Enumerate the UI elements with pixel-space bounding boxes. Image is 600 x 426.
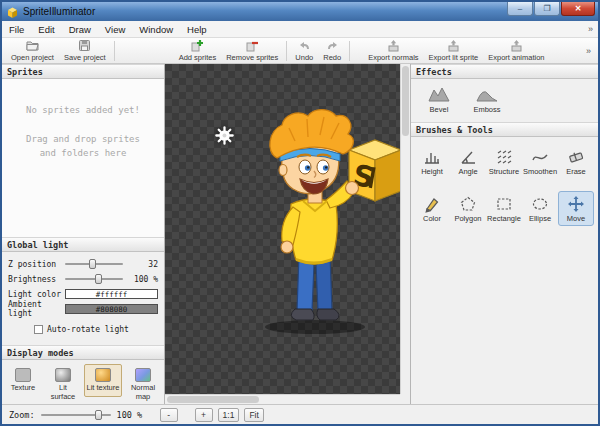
ambient-light-swatch[interactable]: #808080 — [65, 304, 158, 314]
rectangle-icon — [495, 195, 513, 213]
display-mode-lit-surface[interactable]: Lit surface — [44, 364, 82, 405]
sprites-section-header: Sprites — [2, 64, 164, 79]
redo-button[interactable]: Redo — [318, 39, 346, 63]
menu-edit[interactable]: Edit — [31, 22, 61, 37]
remove-sprites-button[interactable]: Remove sprites — [221, 39, 283, 63]
redo-arrow-icon — [326, 39, 339, 52]
brushes-tools-panel: Height Angle Structure — [411, 137, 598, 233]
zoom-in-button[interactable]: + — [195, 408, 213, 422]
tool-smoothen[interactable]: Smoothen — [522, 144, 558, 179]
z-position-value: 32 — [126, 260, 158, 269]
z-position-slider[interactable] — [65, 258, 123, 270]
texture-thumbnail-icon — [15, 368, 31, 382]
canvas-area[interactable]: S — [165, 64, 410, 404]
zoom-value: 100 % — [117, 410, 155, 420]
add-sprites-button[interactable]: Add sprites — [174, 39, 222, 63]
auto-rotate-checkbox[interactable] — [34, 325, 43, 334]
toolbar-label: Undo — [295, 53, 313, 62]
menu-view[interactable]: View — [98, 22, 132, 37]
app-logo-icon — [6, 5, 19, 18]
brightness-slider[interactable] — [65, 273, 123, 285]
tool-height[interactable]: Height — [414, 144, 450, 179]
horizontal-scroll-thumb[interactable] — [167, 396, 259, 403]
menu-overflow-chevron[interactable]: » — [583, 24, 598, 34]
display-mode-normal-map[interactable]: Normal map — [124, 364, 162, 405]
toolbar-label: Export normals — [368, 53, 418, 62]
tool-label: Height — [421, 167, 443, 176]
lit-texture-thumbnail-icon — [95, 368, 111, 382]
menu-help[interactable]: Help — [180, 22, 214, 37]
canvas-horizontal-scrollbar[interactable] — [165, 394, 400, 404]
menu-file[interactable]: File — [2, 22, 31, 37]
normal-map-thumbnail-icon — [135, 368, 151, 382]
fit-button[interactable]: Fit — [244, 408, 263, 422]
tool-label: Angle — [458, 167, 477, 176]
global-light-panel: Z position 32 Brightness 100 % — [2, 252, 164, 345]
tool-label: Polygon — [454, 214, 481, 223]
display-mode-label: Lit surface — [46, 384, 80, 401]
canvas-vertical-scrollbar[interactable] — [400, 64, 410, 394]
tool-label: Ellipse — [529, 214, 551, 223]
tool-color[interactable]: Color — [414, 191, 450, 226]
slider-thumb[interactable] — [95, 410, 102, 420]
toolbar-label: Export animation — [488, 53, 544, 62]
polygon-icon — [459, 195, 477, 213]
slider-thumb[interactable] — [89, 259, 96, 269]
effect-label: Bevel — [430, 105, 449, 114]
menu-window[interactable]: Window — [132, 22, 180, 37]
title-bar[interactable]: SpriteIlluminator – ❐ ✕ — [2, 2, 598, 21]
tool-structure[interactable]: Structure — [486, 144, 522, 179]
toolbar-overflow-chevron[interactable]: » — [583, 46, 594, 56]
app-window: SpriteIlluminator – ❐ ✕ File Edit Draw V… — [0, 0, 600, 426]
remove-minus-icon — [246, 39, 259, 52]
sprites-drop-area[interactable]: No sprites added yet! Drag and drop spri… — [2, 79, 164, 237]
open-project-button[interactable]: Open project — [6, 39, 59, 63]
tool-polygon[interactable]: Polygon — [450, 191, 486, 226]
status-bar: Zoom: 100 % - + 1:1 Fit — [2, 404, 598, 424]
save-project-button[interactable]: Save project — [59, 39, 111, 63]
toolbar: Open project Save project Add sprites Re… — [2, 38, 598, 64]
zoom-slider[interactable] — [41, 409, 111, 421]
vertical-scroll-thumb[interactable] — [402, 66, 409, 136]
canvas-checkerboard[interactable]: S — [165, 64, 400, 394]
display-mode-texture[interactable]: Texture — [4, 364, 42, 397]
undo-arrow-icon — [298, 39, 311, 52]
light-position-handle[interactable] — [215, 126, 234, 145]
export-box-icon — [447, 39, 460, 52]
z-position-label: Z position — [8, 260, 62, 269]
menu-draw[interactable]: Draw — [62, 22, 98, 37]
export-lit-sprite-button[interactable]: Export lit sprite — [424, 39, 484, 63]
slider-thumb[interactable] — [95, 274, 102, 284]
light-color-swatch[interactable]: #ffffff — [65, 289, 158, 299]
export-normals-button[interactable]: Export normals — [363, 39, 423, 63]
global-light-section-header: Global light — [2, 237, 164, 252]
tool-rectangle[interactable]: Rectangle — [486, 191, 522, 226]
lit-surface-thumbnail-icon — [55, 368, 71, 382]
open-folder-icon — [26, 39, 39, 52]
tool-erase[interactable]: Erase — [558, 144, 594, 179]
emboss-icon — [476, 85, 498, 103]
effect-bevel[interactable]: Bevel — [419, 83, 459, 118]
zoom-out-button[interactable]: - — [160, 408, 178, 422]
effect-emboss[interactable]: Emboss — [467, 83, 507, 118]
actual-size-button[interactable]: 1:1 — [218, 408, 240, 422]
close-button[interactable]: ✕ — [561, 2, 595, 16]
display-mode-lit-texture[interactable]: Lit texture — [84, 364, 122, 397]
undo-button[interactable]: Undo — [290, 39, 318, 63]
sprites-empty-hint: Drag and drop sprites and folders here — [18, 133, 148, 161]
tool-ellipse[interactable]: Ellipse — [522, 191, 558, 226]
auto-rotate-label: Auto-rotate light — [47, 325, 129, 334]
minimize-button[interactable]: – — [507, 2, 533, 16]
export-box-icon — [387, 39, 400, 52]
tool-move[interactable]: Move — [558, 191, 594, 226]
tool-label: Move — [567, 214, 585, 223]
save-disk-icon — [78, 39, 91, 52]
brushes-tools-section-header: Brushes & Tools — [411, 122, 598, 137]
toolbar-label: Add sprites — [179, 53, 217, 62]
maximize-button[interactable]: ❐ — [534, 2, 560, 16]
tool-angle[interactable]: Angle — [450, 144, 486, 179]
toolbar-label: Remove sprites — [226, 53, 278, 62]
export-animation-button[interactable]: Export animation — [483, 39, 549, 63]
right-panel: Effects Bevel Emboss Brushes & Tools — [410, 64, 598, 404]
display-mode-label: Lit texture — [87, 384, 120, 393]
